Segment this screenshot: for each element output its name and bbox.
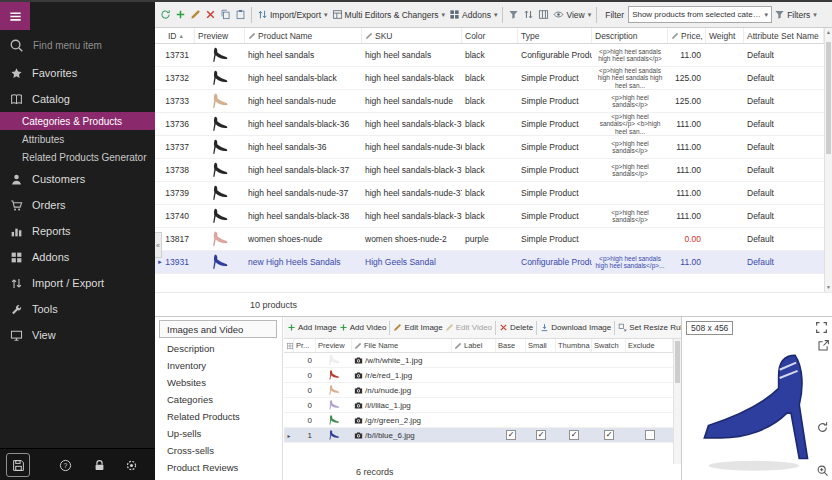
paste-button[interactable] [233,8,248,21]
delete-image-button[interactable]: Delete [498,323,534,332]
sort-button[interactable] [521,8,536,21]
column-header-base[interactable]: Base [496,339,526,352]
product-row[interactable]: ▸13931new High Heels SandalsHigh Geels S… [155,251,832,274]
image-row[interactable]: 0/n/u/nude.jpg [284,383,681,398]
image-row[interactable]: 0/g/r/green_2.jpg [284,413,681,428]
copy-button[interactable] [218,8,233,21]
image-row[interactable]: 0/l/i/lilac_1.jpg [284,398,681,413]
sidebar-item-attributes[interactable]: Attributes [0,130,155,148]
image-row[interactable]: 0/r/e/red_1.jpg [284,368,681,383]
vertical-scrollbar[interactable]: ▲ ▼ [824,28,832,292]
category-filter-select[interactable]: Show products from selected categories▾ [628,6,772,23]
sidebar-item-favorites[interactable]: Favorites [0,60,155,86]
product-row[interactable]: 13736high heel sandals-black-36high heel… [155,113,832,136]
column-header-thumbna[interactable]: Thumbna [556,339,592,352]
sidebar-item-related-products-generator[interactable]: Related Products Generator [0,148,155,166]
tab-product-reviews[interactable]: Product Reviews [155,459,282,476]
add-image-button[interactable]: Add Image [286,323,338,332]
swatch-checkbox[interactable]: ✓ [604,430,614,440]
delete-product-button[interactable] [203,8,218,21]
tab-websites[interactable]: Websites [155,374,282,391]
tab-related-products[interactable]: Related Products [155,408,282,425]
edit-product-button[interactable] [188,8,203,21]
column-header-pr[interactable]: Pr... [294,339,316,352]
column-header-label[interactable]: Label [452,339,496,352]
tab-inventory[interactable]: Inventory [155,357,282,374]
sidebar-item-import-export[interactable]: Import / Export [0,270,155,296]
product-row[interactable]: 13817women shoes-nudewomen shoes-nude-2p… [155,228,832,251]
menu-toggle-button[interactable] [0,2,30,30]
tab-cross-sells[interactable]: Cross-sells [155,442,282,459]
tab-up-sells[interactable]: Up-sells [155,425,282,442]
import-export-menu[interactable]: Import/Export▾ [255,8,330,21]
column-header-swatch[interactable]: Swatch [592,339,626,352]
product-row[interactable]: 13739high heel sandals-nude-37high heel … [155,182,832,205]
sidebar-item-addons[interactable]: Addons [0,244,155,270]
image-row[interactable]: ▸1/b/l/blue_6.jpg✓✓✓✓ [284,428,681,443]
scroll-up-arrow[interactable]: ▲ [825,28,832,37]
product-row[interactable]: 13733high heel sandals-nudehigh heel san… [155,90,832,113]
add-product-button[interactable] [173,8,188,21]
column-header-file-name[interactable]: File Name [352,339,452,352]
sidebar-search[interactable]: Find menu item [0,30,155,60]
image-row[interactable]: 0/w/h/white_1.jpg [284,353,681,368]
column-header-price[interactable]: Price, [668,28,706,43]
column-header-attribute-set-name[interactable]: Attribute Set Name [744,28,824,43]
view-menu[interactable]: View▾ [551,8,593,21]
save-button[interactable] [6,453,30,477]
set-resize-rule-button[interactable]: Set Resize Rule▾ [617,323,681,332]
column-header-exclude[interactable]: Exclude [626,339,673,352]
product-row[interactable]: 13732high heel sandals-blackhigh heel sa… [155,67,832,90]
lock-button[interactable] [92,458,106,472]
add-video-button[interactable]: Add Video [338,323,388,332]
sidebar-item-orders[interactable]: Orders [0,192,155,218]
column-header-preview[interactable]: Preview [316,339,352,352]
product-row[interactable]: 13737high heel sandals-36high heel sanda… [155,136,832,159]
column-header-small[interactable]: Small [526,339,556,352]
column-header-type[interactable]: Type [518,28,592,43]
tab-categories[interactable]: Categories [155,391,282,408]
column-header-product-name[interactable]: Product Name [245,28,362,43]
sidebar-item-tools[interactable]: Tools [0,296,155,322]
multi-editors-menu[interactable]: Multi Editors & Changers▾ [330,8,448,21]
column-header-color[interactable]: Color [462,28,518,43]
column-header-preview[interactable]: Preview [195,28,245,43]
help-button[interactable]: ? [58,458,72,472]
column-header-description[interactable]: Description [592,28,668,43]
product-row[interactable]: 13731high heel sandalshigh heel sandalsb… [155,44,832,67]
small-checkbox[interactable]: ✓ [536,430,546,440]
exclude-checkbox[interactable] [645,430,655,440]
tab-images-and-video[interactable]: Images and Video [159,320,277,338]
scrollbar-thumb[interactable] [826,42,831,154]
sidebar-item-view[interactable]: View [0,322,155,348]
sidebar-item-categories-products[interactable]: Categories & Products [0,112,155,130]
column-header-id[interactable]: ID▲ [165,28,195,43]
download-image-button[interactable]: Download Image [539,323,612,332]
product-row[interactable]: 13738high heel sandals-black-37high heel… [155,159,832,182]
column-header-weight[interactable]: Weight [706,28,744,43]
fullscreen-button[interactable] [815,321,828,334]
refresh-button[interactable] [158,8,173,21]
open-external-button[interactable] [817,339,830,352]
filters-button[interactable]: Filters▾ [772,8,819,21]
addons-menu[interactable]: Addons▾ [447,8,499,21]
zoom-button[interactable] [816,464,829,477]
sidebar-item-catalog[interactable]: Catalog [0,86,155,112]
scroll-down-arrow[interactable]: ▼ [825,283,832,292]
image-label [452,428,496,442]
sidebar-item-reports[interactable]: Reports [0,218,155,244]
collapse-sidebar-button[interactable]: « [155,232,162,258]
sidebar-item-customers[interactable]: Customers [0,166,155,192]
images-scrollbar[interactable] [673,339,681,464]
tab-description[interactable]: Description [155,340,282,357]
base-checkbox[interactable]: ✓ [506,430,516,440]
product-row[interactable]: 13740high heel sandals-black-38high heel… [155,205,832,228]
advanced-filter-button[interactable] [506,8,521,21]
column-header-sku[interactable]: SKU [362,28,462,43]
columns-button[interactable] [536,8,551,21]
thumbnail-checkbox[interactable]: ✓ [569,430,579,440]
images-scrollbar-thumb[interactable] [675,341,680,383]
rotate-button[interactable] [816,421,829,434]
settings-button[interactable] [124,458,138,472]
edit-image-button[interactable]: Edit Image [392,323,443,332]
